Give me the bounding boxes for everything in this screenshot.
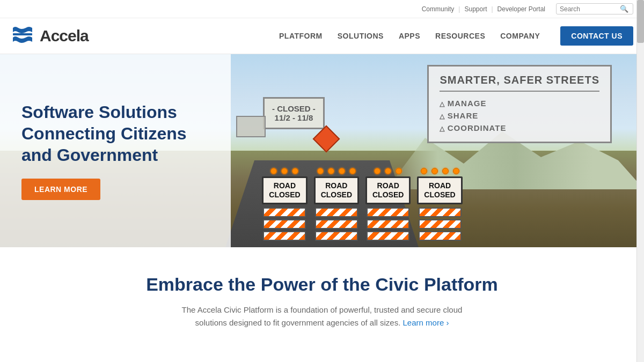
sss-items: MANAGE SHARE COORDINATE xyxy=(440,97,599,134)
lights-row-2 xyxy=(317,168,356,174)
road-closed-sign-4: ROADCLOSED xyxy=(417,176,462,204)
search-input[interactable] xyxy=(560,5,619,13)
barricade-group: ROADCLOSED ROADCLOSED xyxy=(80,168,644,247)
barricade-bar-3c xyxy=(367,231,409,241)
closed-dates-text: - CLOSED -11/2 - 11/8 xyxy=(272,104,316,122)
logo-wrap: Accela xyxy=(11,24,89,48)
light-1c xyxy=(292,168,298,174)
barricade-bar-3b xyxy=(367,219,409,229)
nav-solutions[interactable]: SOLUTIONS xyxy=(338,32,384,40)
section-description: The Accela Civic Platform is a foundatio… xyxy=(172,304,472,329)
nav-links: PLATFORM SOLUTIONS APPS RESOURCES COMPAN… xyxy=(279,31,633,41)
light-3b xyxy=(385,168,391,174)
barricade-bar-3a xyxy=(367,208,409,217)
light-4c xyxy=(442,168,449,174)
barricade-bar-1b xyxy=(263,219,306,229)
light-1a xyxy=(270,168,277,174)
road-sign-unit-2: ROADCLOSED xyxy=(314,168,359,242)
light-4a xyxy=(421,168,427,174)
nav-apps[interactable]: APPS xyxy=(399,32,420,40)
accela-logo-icon xyxy=(11,24,35,48)
below-hero-section: Embrace the Power of the Civic Platform … xyxy=(0,247,644,351)
contact-button[interactable]: CONTACT US xyxy=(560,26,633,46)
search-wrap: 🔍 xyxy=(556,3,633,14)
nav-company[interactable]: COMPANY xyxy=(500,32,540,40)
road-closed-sign-1: ROADCLOSED xyxy=(262,176,307,204)
lights-row-3 xyxy=(374,168,402,174)
light-4b xyxy=(431,168,438,174)
separator-2: | xyxy=(491,5,493,13)
road-sign-unit-1: ROADCLOSED xyxy=(262,168,307,242)
top-bar: Community | Support | Developer Portal 🔍 xyxy=(0,0,644,18)
barricade-bar-1a xyxy=(263,208,306,217)
light-3c xyxy=(396,168,402,174)
hero-section: Software Solutions Connecting Citizens a… xyxy=(0,54,644,247)
sss-item-manage: MANAGE xyxy=(440,97,599,109)
road-closed-sign-2: ROADCLOSED xyxy=(314,176,359,204)
search-button[interactable]: 🔍 xyxy=(619,5,630,13)
road-closed-sign-3: ROADCLOSED xyxy=(365,176,411,204)
barricade-bar-2c xyxy=(315,231,358,241)
lights-row-4 xyxy=(421,168,459,174)
nav-platform[interactable]: PLATFORM xyxy=(279,32,323,40)
barricade-bar-1c xyxy=(263,231,306,241)
road-sign-unit-3: ROADCLOSED xyxy=(365,168,411,242)
sss-item-share: SHARE xyxy=(440,109,599,122)
barricade-bar-2b xyxy=(315,219,358,229)
barricade-bar-2a xyxy=(315,208,358,217)
smarter-safer-streets-sign: SMARTER, SAFER STREETS MANAGE SHARE COOR… xyxy=(427,65,612,143)
nav-resources[interactable]: RESOURCES xyxy=(435,32,485,40)
main-nav: Accela PLATFORM SOLUTIONS APPS RESOURCES… xyxy=(0,18,644,54)
light-2d xyxy=(349,168,356,174)
sss-item-coordinate: COORDINATE xyxy=(440,122,599,134)
developer-portal-link[interactable]: Developer Portal xyxy=(497,5,545,13)
light-2a xyxy=(317,168,324,174)
sss-sign-title: SMARTER, SAFER STREETS xyxy=(440,74,599,92)
section-title: Embrace the Power of the Civic Platform xyxy=(11,274,633,295)
community-link[interactable]: Community xyxy=(422,5,455,13)
light-3a xyxy=(374,168,380,174)
light-2b xyxy=(328,168,334,174)
support-link[interactable]: Support xyxy=(464,5,487,13)
light-2c xyxy=(339,168,345,174)
section-learn-more-link[interactable]: Learn more › xyxy=(403,318,449,327)
barricade-bar-4a xyxy=(419,208,462,217)
svg-rect-1 xyxy=(13,33,32,35)
blank-overhead-sign xyxy=(236,116,266,137)
logo-text: Accela xyxy=(40,27,89,45)
barricade-bar-4c xyxy=(419,231,462,241)
scrollbar-thumb[interactable] xyxy=(637,0,644,43)
road-signs-area: ROADCLOSED ROADCLOSED xyxy=(80,140,644,247)
light-1b xyxy=(281,168,288,174)
light-4d xyxy=(453,168,459,174)
barricade-bar-4b xyxy=(419,219,462,229)
road-sign-unit-4: ROADCLOSED xyxy=(417,168,462,242)
closed-dates-sign: - CLOSED -11/2 - 11/8 xyxy=(263,97,325,129)
separator-1: | xyxy=(458,5,460,13)
scrollbar[interactable] xyxy=(636,0,644,351)
lights-row-1 xyxy=(270,168,298,174)
